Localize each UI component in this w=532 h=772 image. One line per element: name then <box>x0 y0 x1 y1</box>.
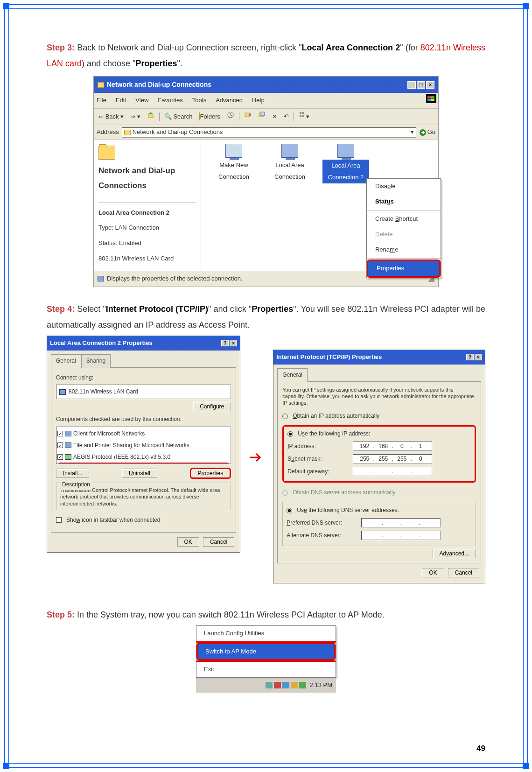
ctx-rename[interactable]: Rename <box>367 242 441 258</box>
tray-icon[interactable] <box>299 682 306 688</box>
radio-use-dns[interactable] <box>287 508 292 513</box>
ctx-disable[interactable]: Disable <box>367 179 441 194</box>
search-button[interactable]: 🔍 Search <box>162 110 195 124</box>
help-button[interactable]: ? <box>221 340 229 346</box>
menu-help[interactable]: Help <box>252 95 265 106</box>
history-button[interactable] <box>225 110 236 124</box>
menu-edit[interactable]: Edit <box>116 95 126 106</box>
tray-switch-ap-mode[interactable]: Switch to AP Mode <box>196 643 336 661</box>
tray-clock: 2:13 PM <box>310 680 332 691</box>
delete-icon[interactable]: ✕ <box>270 110 279 124</box>
move-to-icon[interactable] <box>242 110 253 124</box>
side-sub: Local Area Connection 2 <box>98 207 196 219</box>
install-button[interactable]: Install... <box>56 469 89 478</box>
gateway-input[interactable]: ... <box>353 467 432 476</box>
description-group: Description Transmission Control Protoco… <box>56 483 231 510</box>
ctx-delete: Delete <box>367 227 441 242</box>
help-button[interactable]: ? <box>466 354 474 360</box>
tray-context-menu: Launch Config Utilities Switch to AP Mod… <box>196 625 336 678</box>
radio-use-ip[interactable] <box>287 431 293 437</box>
address-label: Address <box>97 126 119 138</box>
alternate-dns-input[interactable]: ... <box>361 531 441 540</box>
ctx-properties[interactable]: Properties <box>367 260 441 278</box>
list-item-tcpip: ✓Internet Protocol (TCP/IP) <box>57 463 230 464</box>
ctx-create-shortcut[interactable]: Create Shortcut <box>367 211 441 227</box>
close-button[interactable]: × <box>475 354 482 360</box>
svg-rect-9 <box>302 115 304 117</box>
tray-icon[interactable] <box>274 682 281 688</box>
configure-button[interactable]: Configure <box>193 402 231 411</box>
address-bar: Address Network and Dial-up Connections … <box>94 125 438 140</box>
address-input[interactable]: Network and Dial-up Connections ▾ <box>122 127 416 138</box>
minimize-button[interactable]: _ <box>407 81 416 89</box>
close-button[interactable]: × <box>426 81 434 89</box>
properties-button[interactable]: Properties <box>190 468 231 479</box>
use-dns-group: Use the following DNS server addresses: … <box>282 502 476 546</box>
tray-exit[interactable]: Exit <box>196 660 336 677</box>
menu-favorites[interactable]: Favorites <box>158 95 182 106</box>
dlg1-titlebar[interactable]: Local Area Connection 2 Properties ? × <box>47 336 240 351</box>
network-connections-window: Network and Dial-up Connections _ □ × Fi… <box>93 76 439 287</box>
folders-button[interactable]: Folders <box>197 110 222 124</box>
connect-using-label: Connect using: <box>56 372 231 383</box>
svg-rect-7 <box>302 112 304 114</box>
step5-paragraph: Step 5: In the System tray, now you can … <box>47 607 485 623</box>
dlg2-titlebar[interactable]: Internet Protocol (TCP/IP) Properties ? … <box>273 350 485 365</box>
menu-file[interactable]: File <box>97 95 106 106</box>
components-list[interactable]: ✓Client for Microsoft Networks ✓File and… <box>56 427 231 464</box>
step4-label: Step 4: <box>47 304 75 314</box>
forward-button[interactable]: ⇒ ▾ <box>128 110 142 124</box>
adapter-field: 802.11n Wireless LAN Card <box>56 385 231 399</box>
folder-icon <box>98 82 104 88</box>
ip-address-input[interactable]: 192.168.0.1 <box>353 442 432 451</box>
copy-to-icon[interactable] <box>256 110 267 124</box>
context-menu: Disable Status Create Shortcut Delete Re… <box>366 178 441 278</box>
svg-rect-1 <box>148 114 153 118</box>
side-pane: Network and Dial-up Connections Local Ar… <box>94 140 201 271</box>
explorer-body: Network and Dial-up Connections Local Ar… <box>94 140 438 271</box>
taskbar: 2:13 PM <box>196 678 336 693</box>
go-button[interactable]: Go <box>419 126 435 138</box>
maximize-button[interactable]: □ <box>417 81 425 89</box>
cancel-button[interactable]: Cancel <box>203 537 234 547</box>
menu-tools[interactable]: Tools <box>192 95 206 106</box>
ok-button[interactable]: OK <box>422 568 444 577</box>
tab-general[interactable]: General <box>277 368 308 382</box>
show-icon-checkbox[interactable] <box>56 517 62 523</box>
list-item: ✓File and Printer Sharing for Microsoft … <box>57 440 230 451</box>
connection-properties-dialog: Local Area Connection 2 Properties ? × G… <box>47 336 240 553</box>
ok-button[interactable]: OK <box>177 537 199 547</box>
large-folder-icon <box>98 146 115 160</box>
tab-sharing[interactable]: Sharing <box>81 354 111 368</box>
preferred-dns-input[interactable]: ... <box>361 518 441 527</box>
page-content: Step 3: Back to Network and Dial-up Conn… <box>47 40 485 693</box>
uninstall-button[interactable]: Uninstall <box>122 469 157 478</box>
step5-label: Step 5: <box>47 610 75 619</box>
toolbar: ⇐ Back ▾ ⇒ ▾ 🔍 Search Folders ✕ ↶ ▾ <box>94 109 438 126</box>
tray-launch-config[interactable]: Launch Config Utilities <box>196 626 336 643</box>
menu-view[interactable]: View <box>135 95 148 106</box>
tab-general[interactable]: General <box>51 354 81 368</box>
subnet-mask-input[interactable]: 255.255.255.0 <box>353 454 432 463</box>
advanced-button[interactable]: Advanced... <box>433 549 476 558</box>
radio-obtain-ip[interactable] <box>282 414 288 419</box>
window-titlebar[interactable]: Network and Dial-up Connections _ □ × <box>94 77 438 93</box>
menubar: File Edit View Favorites Tools Advanced … <box>94 93 438 109</box>
views-button[interactable]: ▾ <box>297 110 311 124</box>
side-heading: Network and Dial-up Connections <box>98 163 196 194</box>
undo-icon[interactable]: ↶ <box>282 110 291 124</box>
ctx-status[interactable]: Status <box>367 194 441 210</box>
local-area-connection-icon[interactable]: Local Area Connection <box>266 144 313 182</box>
local-area-connection-2-icon[interactable]: Local Area Connection 2 <box>322 144 369 183</box>
back-button[interactable]: ⇐ Back ▾ <box>97 110 126 124</box>
icon-area[interactable]: Make New Connection Local Area Connectio… <box>201 140 438 271</box>
radio-obtain-dns <box>282 490 288 496</box>
make-new-connection-icon[interactable]: Make New Connection <box>210 144 257 182</box>
up-button[interactable] <box>145 110 156 124</box>
tray-icon[interactable] <box>291 682 298 688</box>
tray-icon[interactable] <box>266 682 273 688</box>
tray-icon[interactable] <box>282 682 289 688</box>
menu-advanced[interactable]: Advanced <box>216 95 243 106</box>
close-button[interactable]: × <box>230 340 237 346</box>
cancel-button[interactable]: Cancel <box>448 568 479 577</box>
